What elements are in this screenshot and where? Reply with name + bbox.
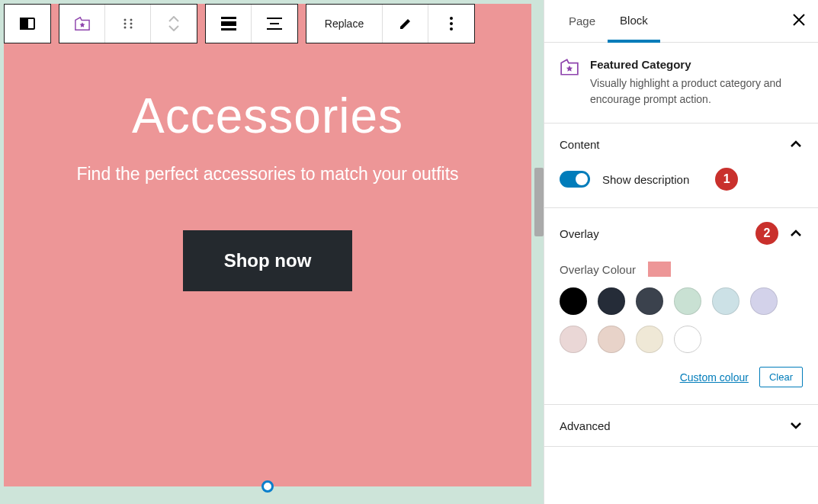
edit-button[interactable] (383, 5, 428, 43)
align-full-button[interactable] (206, 5, 252, 43)
block-title: Featured Category (590, 58, 803, 71)
featured-title[interactable]: Accessories (132, 88, 403, 144)
chevron-up-icon (789, 137, 803, 151)
more-options-button[interactable] (428, 5, 474, 43)
svg-point-15 (450, 22, 453, 25)
shop-now-button[interactable]: Shop now (183, 230, 353, 291)
overlay-colour-label: Overlay Colour (560, 263, 636, 276)
scrollbar[interactable] (534, 168, 544, 236)
chevron-up-icon (168, 16, 179, 22)
drag-icon (122, 18, 134, 30)
svg-point-16 (450, 27, 453, 30)
colour-swatch[interactable] (674, 287, 701, 315)
close-sidebar-button[interactable] (792, 11, 806, 31)
featured-category-block[interactable]: Accessories Find the perfect accessories… (4, 4, 531, 486)
panel-content-title: Content (560, 138, 600, 151)
svg-point-6 (124, 27, 126, 29)
block-toolbar: Replace (4, 4, 475, 43)
align-full-icon (221, 17, 236, 30)
colour-swatches (560, 287, 803, 353)
panel-advanced-title: Advanced (560, 419, 611, 432)
panel-overlay-header[interactable]: Overlay 2 (544, 208, 818, 258)
clear-colour-button[interactable]: Clear (759, 367, 803, 387)
chevron-down-icon (789, 419, 803, 432)
panel-overlay: Overlay 2 Overlay Colour Custom colour C… (544, 208, 818, 405)
svg-point-2 (124, 19, 126, 21)
move-updown-button[interactable] (151, 5, 197, 43)
svg-rect-1 (21, 18, 27, 29)
resize-handle[interactable] (261, 480, 274, 493)
colour-swatch[interactable] (636, 287, 663, 315)
sidebar-tabs: Page Block (544, 0, 818, 43)
select-block-button[interactable] (59, 5, 105, 43)
tab-page[interactable]: Page (557, 0, 608, 43)
featured-category-icon (560, 58, 579, 108)
svg-point-5 (130, 23, 132, 25)
featured-description[interactable]: Find the perfect accessories to match yo… (76, 161, 458, 188)
colour-swatch[interactable] (598, 326, 625, 353)
tab-block[interactable]: Block (608, 0, 660, 43)
settings-sidebar: Page Block Featured Category Visually hi… (544, 0, 818, 504)
more-vertical-icon (450, 17, 453, 30)
close-icon (792, 13, 806, 27)
svg-point-3 (130, 19, 132, 21)
svg-rect-9 (221, 21, 236, 26)
colour-swatch[interactable] (560, 326, 587, 353)
panel-content: Content Show description 1 (544, 124, 818, 208)
show-description-toggle[interactable] (560, 171, 590, 188)
pencil-icon (399, 17, 412, 30)
annotation-marker-2: 2 (755, 222, 778, 245)
colour-swatch[interactable] (674, 326, 701, 353)
svg-point-4 (124, 23, 126, 25)
svg-rect-10 (221, 28, 236, 30)
panel-overlay-title: Overlay (560, 227, 599, 240)
colour-swatch[interactable] (712, 287, 739, 315)
featured-category-icon (74, 16, 91, 31)
vertical-align-button[interactable] (252, 5, 297, 43)
panel-advanced: Advanced (544, 405, 818, 447)
replace-button[interactable]: Replace (306, 5, 383, 43)
colour-swatch[interactable] (560, 287, 587, 315)
annotation-marker-1: 1 (715, 168, 738, 191)
editor-canvas: Replace Accessories Find the perfect acc… (0, 0, 544, 504)
drag-handle-button[interactable] (105, 5, 151, 43)
block-description: Visually highlight a product category an… (590, 75, 803, 108)
block-info: Featured Category Visually highlight a p… (544, 43, 818, 124)
colour-swatch[interactable] (636, 326, 663, 353)
overlay-colour-preview (648, 262, 671, 277)
svg-point-7 (130, 27, 132, 29)
vertical-align-icon (267, 17, 282, 30)
chevron-down-icon (168, 25, 179, 31)
block-type-button[interactable] (5, 5, 50, 43)
panel-advanced-header[interactable]: Advanced (544, 405, 818, 446)
colour-swatch[interactable] (598, 287, 625, 315)
chevron-up-icon (789, 226, 803, 240)
show-description-label: Show description (602, 173, 689, 186)
panel-content-header[interactable]: Content (544, 124, 818, 165)
custom-colour-link[interactable]: Custom colour (680, 371, 749, 384)
columns-icon (18, 14, 37, 33)
colour-swatch[interactable] (750, 287, 778, 315)
svg-point-14 (450, 17, 453, 20)
svg-rect-8 (221, 17, 236, 19)
